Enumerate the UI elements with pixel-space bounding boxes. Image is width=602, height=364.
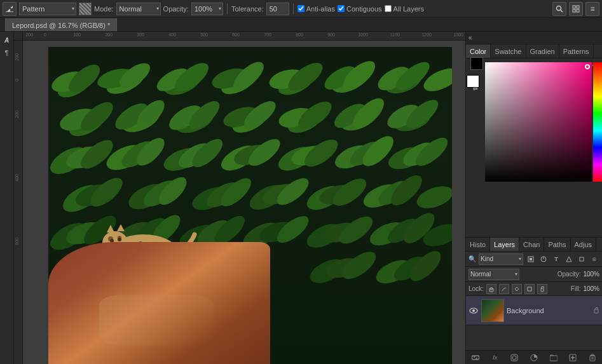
tool-icon-button[interactable] xyxy=(3,2,17,16)
pattern-preview xyxy=(79,3,92,15)
svg-rect-144 xyxy=(530,258,532,260)
rock-highlight xyxy=(99,295,214,346)
ruler-h-label-0: 200 xyxy=(25,32,33,37)
layer-group-btn[interactable] xyxy=(548,352,559,363)
layer-thumb-image xyxy=(482,300,503,321)
opacity-select[interactable]: 100% xyxy=(191,3,223,15)
ruler-h-label-4: 300 xyxy=(137,32,144,37)
ruler-h-label-7: 600 xyxy=(232,32,240,37)
color-field[interactable] xyxy=(485,62,592,182)
filter-smart-btn[interactable] xyxy=(577,254,587,264)
tab-gradients[interactable]: Gradien xyxy=(526,44,559,58)
ruler-h-label-11: 1000 xyxy=(358,32,368,37)
mode-select[interactable]: Normal xyxy=(116,3,161,15)
color-picker-area: ⇄ xyxy=(466,58,602,237)
tab-color[interactable]: Color xyxy=(466,44,491,58)
tab-patterns[interactable]: Patterns xyxy=(559,44,594,58)
main-content: A ¶ 200 0 100 200 300 400 500 600 700 80… xyxy=(0,32,602,364)
filter-adjustment-btn[interactable] xyxy=(538,254,549,264)
panel-collapse-button[interactable]: « xyxy=(466,32,602,44)
filter-pixel-btn[interactable] xyxy=(526,254,536,264)
pattern-select[interactable]: Pattern xyxy=(19,3,76,15)
all-layers-group: All Layers xyxy=(385,5,424,13)
ruler-v-label-3: 400 xyxy=(15,174,19,182)
anti-alias-label: Anti-alias xyxy=(306,5,335,13)
document-tab[interactable]: Lepord.psd @ 16.7% (RGB/8) * xyxy=(5,18,117,31)
contiguous-label: Contiguous xyxy=(346,5,382,13)
layer-name: Background xyxy=(507,307,591,314)
opacity-label: Opacity: xyxy=(163,5,189,13)
layer-mask-btn[interactable] xyxy=(509,352,520,363)
separator-2 xyxy=(293,3,294,15)
blend-mode-select[interactable]: Normal xyxy=(469,269,519,280)
layer-link-btn[interactable] xyxy=(470,352,481,363)
svg-line-3 xyxy=(561,10,563,12)
svg-rect-147 xyxy=(580,257,584,261)
tab-channels[interactable]: Chan xyxy=(519,238,544,251)
color-panel: Color Swatche Gradien Patterns xyxy=(466,44,602,237)
layer-list: Background xyxy=(466,296,602,350)
layers-filter-bar: 🔍 Kind T ⊗ xyxy=(466,252,602,267)
paragraph-tool-button[interactable]: ¶ xyxy=(1,47,13,58)
filter-type-select[interactable]: Kind xyxy=(479,253,523,265)
background-color-swatch[interactable] xyxy=(470,57,483,70)
filter-off-btn[interactable]: ⊗ xyxy=(589,254,599,264)
color-cursor xyxy=(585,64,590,69)
ruler-h-label-8: 700 xyxy=(264,32,271,37)
ruler-v-label-1: 0 xyxy=(15,79,19,81)
right-panel: « Color Swatche Gradien Patterns xyxy=(465,32,602,364)
canvas-content[interactable] xyxy=(23,41,465,364)
layer-visibility-toggle[interactable] xyxy=(469,306,479,316)
color-tabs: Color Swatche Gradien Patterns xyxy=(466,44,602,58)
svg-marker-136 xyxy=(117,224,125,231)
ruler-corner xyxy=(14,32,23,41)
opacity-label: Opacity: xyxy=(558,271,581,278)
search-icon-button[interactable] xyxy=(552,2,566,16)
lock-transform-btn[interactable] xyxy=(512,284,522,294)
lock-paint-btn[interactable] xyxy=(499,284,509,294)
tab-swatches[interactable]: Swatche xyxy=(491,44,526,58)
ruler-v-label-4: 600 xyxy=(15,238,19,245)
canvas-viewport: 200 0 100 200 300 400 500 600 700 800 90… xyxy=(14,32,465,364)
layers-panel: Histo Layers Chan Paths Adjus 🔍 xyxy=(466,237,602,364)
workspace-icon-button[interactable] xyxy=(569,2,583,16)
layer-lock-icon xyxy=(593,306,599,315)
menu-icon-button[interactable]: ≡ xyxy=(585,2,599,16)
tab-histogram[interactable]: Histo xyxy=(466,238,490,251)
all-layers-label: All Layers xyxy=(393,5,424,13)
collapse-icon: « xyxy=(469,34,472,41)
color-swatches-left: ⇄ xyxy=(466,58,485,237)
ruler-h-label-14: 1300 xyxy=(453,32,463,37)
tolerance-input[interactable] xyxy=(266,3,289,15)
layers-bottom-toolbar: fx xyxy=(466,350,602,364)
layer-item-background[interactable]: Background xyxy=(466,296,602,325)
color-spectrum-area[interactable] xyxy=(485,58,602,192)
contiguous-checkbox[interactable] xyxy=(338,5,345,12)
ruler-h-label-12: 1100 xyxy=(390,32,400,37)
foreground-color-swatch[interactable] xyxy=(467,75,479,88)
layer-delete-btn[interactable] xyxy=(587,352,598,363)
lock-pixels-btn[interactable] xyxy=(486,284,496,294)
filter-shape-btn[interactable] xyxy=(564,254,574,264)
layer-adjustment-btn[interactable] xyxy=(528,352,540,363)
layer-fx-btn[interactable]: fx xyxy=(489,352,501,363)
filter-text-btn[interactable]: T xyxy=(551,254,561,264)
ruler-h-label-9: 800 xyxy=(296,32,303,37)
all-layers-checkbox[interactable] xyxy=(385,5,392,12)
tab-adjustments[interactable]: Adjus xyxy=(571,238,597,251)
anti-alias-checkbox[interactable] xyxy=(298,5,304,12)
fill-label: Fill: xyxy=(571,285,581,292)
ruler-h-label-2: 100 xyxy=(73,32,81,37)
svg-rect-5 xyxy=(577,6,579,8)
lock-all-btn[interactable] xyxy=(537,284,547,294)
lock-artboard-btn[interactable] xyxy=(524,284,535,294)
text-tool-button[interactable]: A xyxy=(1,34,13,46)
layer-new-btn[interactable] xyxy=(567,352,578,363)
image-canvas xyxy=(48,47,452,364)
ruler-h-label-6: 500 xyxy=(200,32,208,37)
document-tab-label: Lepord.psd @ 16.7% (RGB/8) * xyxy=(12,22,110,29)
color-strip-right[interactable] xyxy=(593,62,602,182)
svg-rect-158 xyxy=(550,356,558,361)
tab-paths[interactable]: Paths xyxy=(544,238,570,251)
tab-layers[interactable]: Layers xyxy=(490,238,519,251)
